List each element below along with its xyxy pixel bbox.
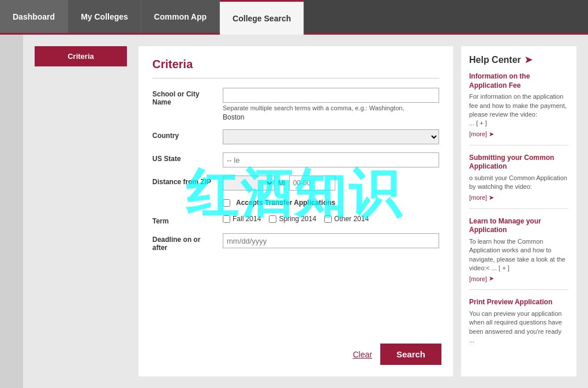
tab-my-colleges[interactable]: My Colleges bbox=[68, 0, 141, 33]
help-section-submitting: Submitting your Common Application o sub… bbox=[469, 154, 568, 209]
sidebar-item-criteria[interactable]: Criteria bbox=[35, 46, 127, 66]
help-app-fee-title: Information on the Application Fee bbox=[469, 72, 568, 90]
help-manage-more[interactable]: [more] ➤ bbox=[469, 275, 568, 282]
country-label: Country bbox=[152, 129, 216, 140]
clear-button[interactable]: Clear bbox=[353, 350, 372, 359]
search-button[interactable]: Search bbox=[380, 344, 441, 365]
help-section-manage: Learn to Manage your Application To lear… bbox=[469, 217, 568, 290]
term-other-label: Other 2014 bbox=[334, 215, 369, 223]
tab-college-search[interactable]: College Search bbox=[220, 0, 304, 35]
deadline-row: Deadline on or after bbox=[152, 233, 439, 252]
state-label: US State bbox=[152, 152, 216, 163]
distance-mi-label: Mi bbox=[278, 179, 286, 187]
tab-common-app[interactable]: Common App bbox=[141, 0, 220, 33]
school-city-input[interactable] bbox=[223, 88, 439, 103]
school-city-row: School or City Name Separate multiple se… bbox=[152, 88, 439, 121]
state-input[interactable] bbox=[223, 152, 439, 167]
term-spring-label: Spring 2014 bbox=[279, 215, 316, 223]
distance-zip-input[interactable] bbox=[289, 176, 335, 191]
help-app-fee-text: For information on the application fee a… bbox=[469, 92, 568, 119]
form-panel: Criteria School or City Name Separate mu… bbox=[138, 46, 453, 376]
help-print-text: You can preview your application when al… bbox=[469, 309, 568, 345]
term-fall-label: Fall 2014 bbox=[233, 215, 261, 223]
state-row: US State bbox=[152, 152, 439, 167]
help-arrow-icon: ➤ bbox=[525, 54, 532, 65]
help-manage-text: To learn how the Common Application work… bbox=[469, 237, 568, 273]
country-select[interactable] bbox=[223, 129, 439, 144]
form-title: Criteria bbox=[152, 58, 439, 79]
help-print-title: Print Preview Application bbox=[469, 298, 568, 307]
country-wrap bbox=[223, 129, 439, 144]
help-panel: Help Center ➤ Information on the Applica… bbox=[461, 46, 576, 376]
help-app-fee-ellipsis: ... [ + ] bbox=[469, 119, 568, 128]
country-row: Country bbox=[152, 129, 439, 144]
accepts-transfer-checkbox[interactable] bbox=[223, 199, 230, 207]
left-sidebar bbox=[0, 35, 23, 388]
school-city-wrap: Separate multiple search terms with a co… bbox=[223, 88, 439, 121]
school-city-current-value: Boston bbox=[223, 113, 439, 121]
help-section-print: Print Preview Application You can previe… bbox=[469, 298, 568, 352]
help-title: Help Center ➤ bbox=[469, 54, 568, 65]
term-fall-checkbox[interactable] bbox=[223, 215, 230, 223]
accepts-transfer-label: Accepts Transfer Applications bbox=[236, 199, 335, 207]
deadline-input[interactable] bbox=[223, 233, 439, 248]
help-submitting-title: Submitting your Common Application bbox=[469, 154, 568, 171]
deadline-wrap bbox=[223, 233, 439, 248]
school-city-hint: Separate multiple search terms with a co… bbox=[223, 105, 439, 111]
term-label: Term bbox=[152, 215, 216, 225]
help-submitting-text: o submit your Common Application by watc… bbox=[469, 174, 568, 192]
term-spring-option[interactable]: Spring 2014 bbox=[269, 215, 316, 223]
term-other-checkbox[interactable] bbox=[324, 215, 332, 223]
term-fall-option[interactable]: Fall 2014 bbox=[223, 215, 261, 223]
main-layout: Criteria Criteria School or City Name Se… bbox=[0, 35, 588, 388]
distance-wrap: Mi bbox=[223, 176, 439, 191]
deadline-label: Deadline on or after bbox=[152, 233, 216, 252]
distance-row: Distance from ZIP Mi bbox=[152, 176, 439, 191]
top-navigation: Dashboard My Colleges Common App College… bbox=[0, 0, 588, 35]
tab-dashboard[interactable]: Dashboard bbox=[0, 0, 68, 33]
side-nav: Criteria bbox=[35, 46, 127, 376]
help-app-fee-more[interactable]: [more] ➤ bbox=[469, 130, 568, 138]
content-area: Criteria Criteria School or City Name Se… bbox=[23, 35, 588, 388]
state-wrap bbox=[223, 152, 439, 167]
term-row: Term Fall 2014 Spring 2014 O bbox=[152, 215, 439, 225]
help-manage-title: Learn to Manage your Application bbox=[469, 217, 568, 235]
transfer-checkbox-row: Accepts Transfer Applications bbox=[152, 199, 439, 207]
term-other-option[interactable]: Other 2014 bbox=[324, 215, 369, 223]
school-city-label: School or City Name bbox=[152, 88, 216, 106]
help-submitting-more[interactable]: [more] ➤ bbox=[469, 194, 568, 202]
distance-label: Distance from ZIP bbox=[152, 176, 216, 186]
term-spring-checkbox[interactable] bbox=[269, 215, 276, 223]
distance-select[interactable] bbox=[223, 176, 275, 191]
help-section-app-fee: Information on the Application Fee For i… bbox=[469, 72, 568, 146]
form-actions: Clear Search bbox=[353, 344, 441, 365]
term-wrap: Fall 2014 Spring 2014 Other 2014 bbox=[223, 215, 439, 223]
